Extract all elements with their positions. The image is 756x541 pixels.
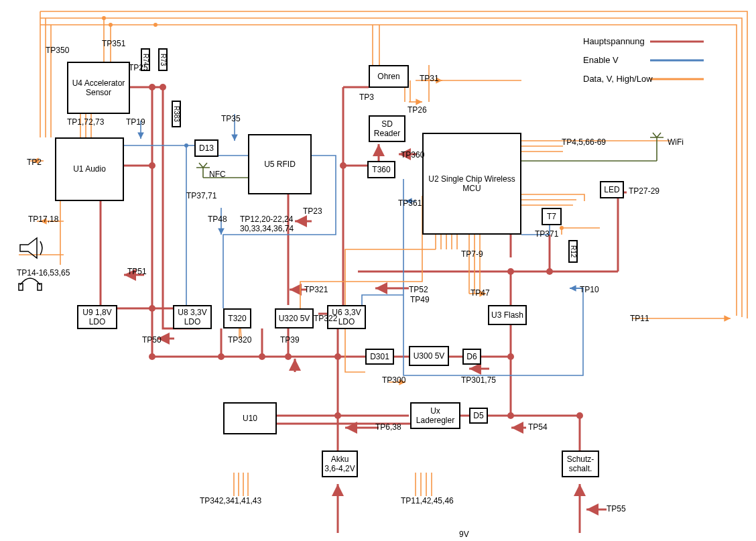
tp1220: TP12,20-22,24 30,33,34,36,74 [240,215,294,233]
tp350: TP350 [46,46,69,55]
tp52: TP52 [409,285,428,294]
block-r383: R383 [172,101,181,127]
tp371: TP371 [535,229,558,239]
tp35: TP35 [221,114,241,123]
tp360: TP360 [401,150,424,160]
block-u8: U8 3,3V LDO [173,305,212,329]
block-d13: D13 [194,139,218,157]
block-d5: D5 [469,408,488,424]
block-schutz: Schutz- schalt. [562,450,599,477]
tp2: TP2 [27,158,42,167]
block-u320: U320 5V [275,308,314,328]
tp300: TP300 [382,375,405,385]
tp54: TP54 [528,422,548,432]
tp10: TP10 [580,285,599,294]
tp26: TP26 [407,105,427,115]
block-u4: U4 Accelerator Sensor [67,62,130,114]
v9: 9V [459,530,469,539]
block-u1: U1 Audio [55,137,124,201]
tp49: TP49 [410,295,430,304]
tp1718: TP17,18 [28,215,58,224]
block-u300: U300 5V [409,346,449,366]
block-t320: T320 [223,308,251,328]
tp172: TP1,72,73 [67,117,104,127]
block-akku: Akku 3,6-4,2V [322,450,358,477]
tp47: TP47 [470,288,490,298]
block-ux: Ux Laderegler [410,402,460,429]
block-u10: U10 [223,402,277,434]
tp361: TP361 [398,198,422,208]
block-d301: D301 [365,349,394,365]
tp321: TP321 [304,285,328,294]
block-led: LED [600,181,624,198]
tp301: TP301,75 [461,375,496,385]
tp37: TP37,71 [186,191,216,200]
block-u5: U5 RFID [248,134,312,194]
block-d6: D6 [462,349,481,365]
tp27: TP27-29 [629,186,659,196]
block-u2: U2 Single Chip Wireless MCU [422,133,521,235]
tp31: TP31 [420,74,439,83]
tp23: TP23 [303,206,322,216]
legend-haupt: Hauptspannung [583,36,645,46]
block-r73: R73 [158,48,168,71]
svg-point-12 [507,268,514,275]
tp39: TP39 [280,335,300,345]
svg-point-20 [153,23,158,27]
tp11: TP11 [630,314,649,323]
block-t7: T7 [542,208,562,225]
block-ohren: Ohren [369,65,409,88]
wifi: WiFi [668,137,684,147]
tp342: TP342,341,41,43 [200,496,261,505]
tp320: TP320 [228,335,251,345]
block-u9: U9 1,8V LDO [77,305,117,329]
tp351: TP351 [102,39,125,48]
tp79: TP7-9 [461,249,483,259]
block-t360: T360 [367,161,395,178]
tp638: TP6,38 [375,422,401,432]
tp19: TP19 [126,117,145,127]
tp25: TP25 [129,63,148,72]
tp51: TP51 [127,267,147,276]
block-r12: R12 [568,240,578,263]
block-u3: U3 Flash [488,305,527,325]
tp55: TP55 [607,504,626,514]
tp1416: TP14-16,53,65 [17,268,70,278]
tp4566: TP4,5,66-69 [562,137,606,147]
tp1142: TP11,42,45,46 [401,496,454,505]
legend-data: Data, V, High/Low [583,74,653,84]
nfc: NFC [209,170,226,179]
block-sd: SD Reader [369,115,405,142]
tp50: TP50 [142,335,162,345]
tp322: TP322 [314,314,337,323]
legend-enable: Enable V [583,55,619,65]
tp48: TP48 [208,215,227,224]
tp3: TP3 [359,93,374,102]
